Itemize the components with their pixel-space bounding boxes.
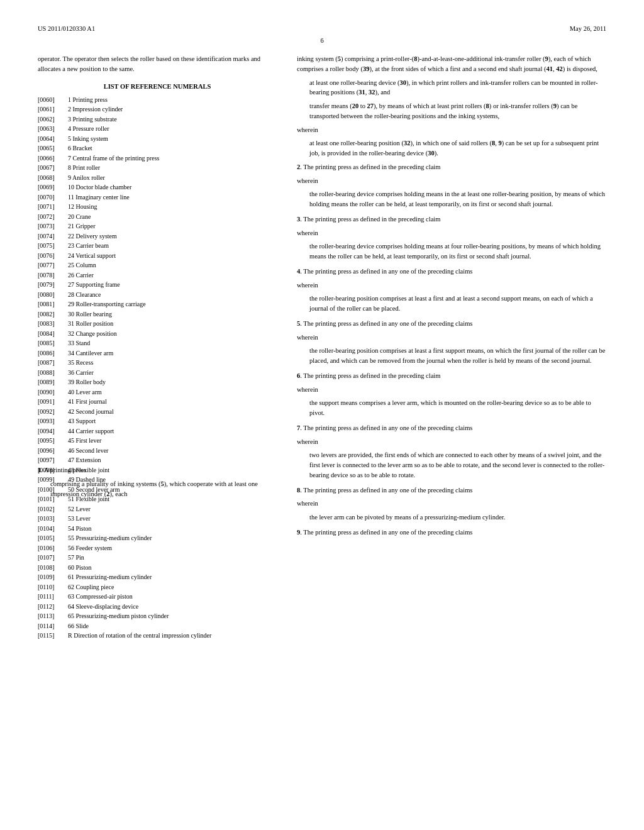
- intro-text: operator. The operator then selects the …: [38, 54, 277, 74]
- list-item: [0062]3 Printing substrate: [38, 114, 277, 124]
- claim3-wherein: wherein: [297, 228, 606, 238]
- ref-text: 33 Stand: [68, 338, 90, 348]
- list-item: [0092]42 Second journal: [38, 407, 277, 417]
- list-item: [0087]35 Recess: [38, 358, 277, 368]
- list-item: [0089]39 Roller body: [38, 377, 277, 387]
- ref-text: 9 Anilox roller: [68, 173, 105, 183]
- ref-number: [0064]: [38, 134, 68, 144]
- claim3-body: the roller-bearing device comprises hold…: [309, 241, 606, 262]
- ref-text: 56 Feeder system: [68, 543, 112, 553]
- list-item: [0061]2 Impression cylinder: [38, 104, 277, 114]
- list-item: [0072]20 Crane: [38, 212, 277, 222]
- ref-text: 44 Carrier support: [68, 426, 114, 436]
- ref-text: 46 Second lever: [68, 446, 108, 456]
- ref-text: 27 Supporting frame: [68, 280, 120, 290]
- list-item: [0088]36 Carrier: [38, 368, 277, 378]
- ref-number: [0093]: [38, 416, 68, 426]
- ref-number: [0110]: [38, 582, 68, 592]
- list-item: [0063]4 Pressure roller: [38, 124, 277, 134]
- claim6-number: 6. The printing press as defined in the …: [297, 371, 606, 381]
- ref-number: [0091]: [38, 397, 68, 407]
- ref-number: [0086]: [38, 348, 68, 358]
- ref-text: 54 Piston: [68, 524, 92, 534]
- ref-number: [0088]: [38, 368, 68, 378]
- ref-text: 36 Carrier: [68, 368, 94, 378]
- ref-number: [0073]: [38, 221, 68, 231]
- ref-text: 28 Clearance: [68, 290, 101, 300]
- list-item: [0081]29 Roller-transporting carriage: [38, 299, 277, 309]
- ref-number: [0077]: [38, 260, 68, 270]
- ref-number: [0094]: [38, 426, 68, 436]
- ref-number: [0083]: [38, 319, 68, 329]
- ref-number: [0063]: [38, 124, 68, 134]
- list-item: [0069]10 Doctor blade chamber: [38, 182, 277, 192]
- ref-text: 66 Slide: [68, 621, 89, 631]
- page-header: US 2011/0120330 A1 May 26, 2011: [38, 25, 606, 32]
- ref-number: [0096]: [38, 446, 68, 456]
- list-item: [0084]32 Change position: [38, 329, 277, 339]
- list-item: [0075]23 Carrier beam: [38, 241, 277, 251]
- list-item: [0073]21 Gripper: [38, 221, 277, 231]
- claim1-inking: inking system (5) comprising a print-rol…: [297, 54, 606, 74]
- claim5-body: the roller-bearing position comprises at…: [309, 346, 606, 366]
- ref-number: [0085]: [38, 338, 68, 348]
- list-item: [0112]64 Sleeve-displacing device: [38, 602, 277, 612]
- list-item: [0086]34 Cantilever arm: [38, 348, 277, 358]
- ref-text: 42 Second journal: [68, 407, 114, 417]
- list-item: [0082]30 Roller bearing: [38, 309, 277, 319]
- ref-text: 8 Print roller: [68, 163, 100, 173]
- ref-number: [0071]: [38, 202, 68, 212]
- list-item: [0110]62 Coupling piece: [38, 582, 277, 592]
- ref-number: [0079]: [38, 280, 68, 290]
- list-item: [0064]5 Inking system: [38, 134, 277, 144]
- ref-text: 52 Lever: [68, 504, 91, 514]
- right-column: inking system (5) comprising a print-rol…: [297, 54, 606, 641]
- ref-text: 4 Pressure roller: [68, 124, 109, 134]
- claim1-start-left: 1. A printing press comprising a plurali…: [38, 465, 277, 502]
- page: US 2011/0120330 A1 May 26, 2011 6 operat…: [0, 0, 644, 830]
- ref-text: 21 Gripper: [68, 221, 96, 231]
- claim4-body: the roller-bearing position comprises at…: [309, 294, 606, 314]
- reference-list: [0060]1 Printing press[0061]2 Impression…: [38, 95, 277, 641]
- list-item: [0080]28 Clearance: [38, 290, 277, 300]
- ref-text: 43 Support: [68, 416, 96, 426]
- ref-number: [0105]: [38, 533, 68, 543]
- list-item: [0104]54 Piston: [38, 524, 277, 534]
- claim4-number: 4. The printing press as defined in any …: [297, 267, 606, 277]
- ref-text: 31 Roller position: [68, 319, 113, 329]
- ref-number: [0089]: [38, 377, 68, 387]
- ref-text: 39 Roller body: [68, 377, 106, 387]
- claim7-wherein: wherein: [297, 437, 606, 447]
- claim-5: 5. The printing press as defined in any …: [297, 319, 606, 366]
- ref-number: [0068]: [38, 173, 68, 183]
- list-item: [0111]63 Compressed-air piston: [38, 592, 277, 602]
- ref-text: 32 Change position: [68, 329, 117, 339]
- ref-number: [0092]: [38, 407, 68, 417]
- ref-number: [0104]: [38, 524, 68, 534]
- claim1-transfer: transfer means (20 to 27), by means of w…: [309, 101, 606, 121]
- list-item: [0093]43 Support: [38, 416, 277, 426]
- ref-number: [0060]: [38, 95, 68, 105]
- ref-number: [0097]: [38, 455, 68, 465]
- list-item: [0090]40 Lever arm: [38, 387, 277, 397]
- ref-number: [0095]: [38, 436, 68, 446]
- claim2-wherein: wherein: [297, 176, 606, 186]
- list-item: [0095]45 First lever: [38, 436, 277, 446]
- claim8-body: the lever arm can be pivoted by means of…: [309, 512, 606, 523]
- list-item: [0105]55 Pressurizing-medium cylinder: [38, 533, 277, 543]
- ref-text: 35 Recess: [68, 358, 93, 368]
- list-item: [0074]22 Delivery system: [38, 231, 277, 241]
- ref-number: [0108]: [38, 563, 68, 573]
- ref-text: 7 Central frame of the printing press: [68, 153, 160, 163]
- ref-number: [0111]: [38, 592, 68, 602]
- list-item: [0107]57 Pin: [38, 553, 277, 563]
- ref-text: 3 Printing substrate: [68, 114, 117, 124]
- ref-number: [0082]: [38, 309, 68, 319]
- main-content: operator. The operator then selects the …: [38, 54, 606, 641]
- claim-3: 3. The printing press as defined in the …: [297, 214, 606, 262]
- list-item: [0065]6 Bracket: [38, 143, 277, 153]
- ref-text: 62 Coupling piece: [68, 582, 114, 592]
- ref-text: 25 Column: [68, 260, 96, 270]
- claim6-wherein: wherein: [297, 385, 606, 395]
- claim-2: 2. The printing press as defined in the …: [297, 162, 606, 209]
